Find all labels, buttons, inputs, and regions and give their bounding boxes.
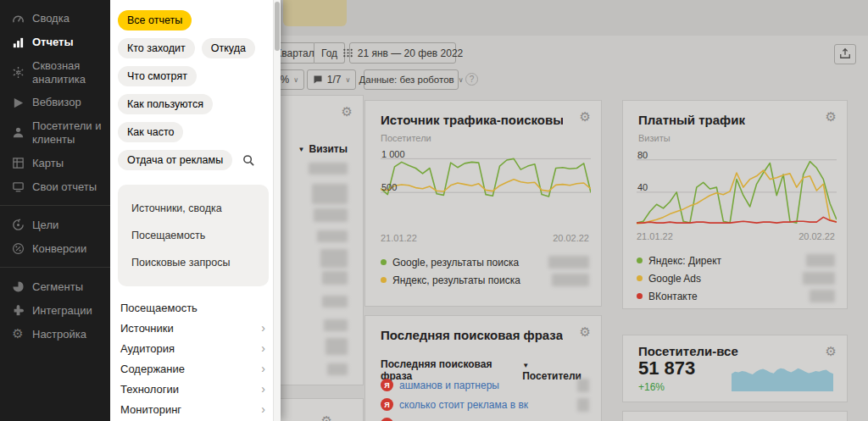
menu-item-technologies[interactable]: Технологии ›	[118, 379, 265, 399]
yandex-search-icon: Я	[381, 398, 393, 411]
flyout-scrollbar[interactable]	[273, 0, 281, 421]
paid-traffic-chart-svg	[637, 155, 837, 224]
widget-search-traffic: Источник трафика-поисковые сис… ⚙ Посети…	[364, 100, 602, 307]
chip-what-they-view[interactable]: Что смотрят	[118, 66, 197, 86]
sidebar-item-label: Сквозная аналитика	[32, 59, 105, 86]
chip-ad-return[interactable]: Отдача от рекламы	[118, 150, 232, 170]
suggested-report-traffic[interactable]: Посещаемость	[131, 222, 255, 249]
sidebar-item-custom-reports[interactable]: Свои отчеты	[0, 174, 110, 198]
chip-how-often[interactable]: Как часто	[118, 122, 183, 142]
menu-item-monitoring[interactable]: Мониторинг ›	[118, 399, 265, 419]
sidebar-item-webvisor[interactable]: Вебвизор	[0, 91, 110, 114]
data-filter-button[interactable]: Данные: без роботов ∨	[364, 69, 459, 90]
suggested-report-sources-summary[interactable]: Источники, сводка	[131, 195, 255, 222]
percent-circle-icon	[11, 241, 25, 255]
legend-label: ВКонтакте	[648, 291, 698, 302]
sidebar-divider	[0, 267, 110, 268]
sidebar-item-label: Свои отчеты	[32, 180, 97, 194]
report-filter-chips: Все отчеты Кто заходит Откуда Что смотря…	[118, 10, 269, 170]
gear-icon[interactable]: ⚙	[580, 325, 591, 338]
redacted-value	[577, 379, 589, 392]
gear-icon: ⚙	[11, 327, 25, 341]
period-quarter-button[interactable]: Квартал	[275, 42, 314, 64]
menu-item-sources[interactable]: Источники ›	[118, 318, 265, 338]
widget-visits-partial: ⚙ ▼ Визиты	[276, 95, 364, 385]
gear-icon[interactable]: ⚙	[342, 105, 353, 118]
redacted-value	[806, 254, 835, 267]
chevron-down-icon: ∨	[459, 76, 464, 84]
x-end-label: 20.02.22	[553, 233, 589, 243]
legend-item: Google Ads	[637, 269, 835, 287]
person-icon	[11, 126, 25, 140]
chip-who-visits[interactable]: Кто заходит	[118, 38, 195, 58]
redacted-value	[317, 230, 348, 242]
play-icon	[11, 96, 25, 109]
sidebar-item-maps[interactable]: Карты	[0, 151, 110, 174]
export-button[interactable]	[834, 44, 856, 64]
gear-icon[interactable]: ⚙	[580, 110, 591, 123]
legend-label: Google Ads	[648, 273, 701, 285]
date-range-button[interactable]: 21 янв — 20 фев 2022	[349, 42, 456, 64]
sidebar-item-label: Конверсии	[32, 242, 86, 256]
sidebar-item-cross-analytics[interactable]: Сквозная аналитика	[0, 54, 110, 91]
sidebar-item-goals[interactable]: Цели	[0, 213, 110, 236]
sidebar-item-label: Цели	[32, 219, 58, 232]
menu-item-content[interactable]: Содержание ›	[118, 358, 265, 379]
legend-dot	[381, 259, 387, 265]
sidebar-item-integrations[interactable]: Интеграции	[0, 298, 110, 322]
widget-title: Посетители-все	[638, 344, 738, 358]
comments-count-label: 1/7	[327, 74, 342, 86]
redacted-value	[322, 296, 348, 307]
sidebar-item-summary[interactable]: Сводка	[0, 7, 110, 30]
y-tick-label: 500	[381, 182, 397, 192]
sidebar-item-reports[interactable]: Отчеты	[0, 30, 110, 54]
scrollbar-thumb[interactable]	[275, 2, 280, 51]
y-tick-label: 1 000	[381, 149, 405, 159]
chip-how-they-use[interactable]: Как пользуются	[118, 94, 213, 114]
sidebar-item-conversions[interactable]: Конверсии	[0, 236, 110, 260]
widget-partial-bottom-left: ⚙	[276, 398, 364, 421]
menu-item-audience[interactable]: Аудитория ›	[118, 338, 265, 358]
legend-item: Яндекс: Директ	[637, 252, 835, 269]
phrase-link[interactable]: ашманов и партнеры	[399, 379, 499, 391]
table-row[interactable]: Я	[381, 418, 589, 421]
redacted-value	[320, 249, 348, 268]
chip-all-reports[interactable]: Все отчеты	[118, 10, 192, 30]
suggested-report-search-queries[interactable]: Поисковые запросы	[131, 249, 255, 276]
widget-visitors-total: Посетители-все ⚙ 51 873 +16%	[622, 335, 848, 402]
table-row[interactable]: Я сколько стоит реклама в вк	[381, 398, 589, 411]
period-year-button[interactable]: Год	[314, 42, 345, 64]
widget-subtitle: Посетители	[381, 133, 431, 143]
legend-item: ВКонтакте	[637, 287, 835, 305]
search-traffic-chart-svg	[381, 153, 591, 226]
gear-icon[interactable]: ⚙	[321, 414, 332, 421]
menu-item-traffic[interactable]: Посещаемость	[118, 297, 265, 318]
chip-from-where[interactable]: Откуда	[202, 38, 255, 58]
phrase-link[interactable]: сколько стоит реклама в вк	[399, 399, 528, 411]
bar-chart-icon	[11, 36, 25, 49]
search-icon[interactable]	[239, 152, 259, 169]
table-row[interactable]: Я ашманов и партнеры	[381, 379, 589, 391]
redacted-value	[314, 208, 348, 222]
visits-sort-header[interactable]: ▼ Визиты	[298, 143, 348, 155]
chevron-down-icon: ∨	[345, 76, 350, 84]
sidebar-item-segments[interactable]: Сегменты	[0, 274, 110, 298]
menu-item-label: Содержание	[120, 363, 185, 375]
gauge-icon	[11, 12, 25, 25]
help-icon[interactable]: ?	[465, 73, 478, 86]
sidebar-divider	[0, 205, 110, 206]
sidebar-item-settings[interactable]: ⚙ Настройка	[0, 322, 110, 346]
legend-dot	[381, 277, 387, 283]
legend: Google, результаты поиска Яндекс, резуль…	[381, 253, 589, 289]
sidebar-item-visitors[interactable]: Посетители и клиенты	[0, 114, 110, 151]
gear-icon[interactable]: ⚙	[826, 110, 837, 123]
visits-sort-label: Визиты	[309, 143, 348, 155]
line-chart: 1 000 500	[381, 153, 591, 226]
gear-icon[interactable]: ⚙	[826, 345, 837, 357]
redacted-value	[312, 184, 348, 204]
chevron-right-icon: ›	[261, 383, 265, 395]
legend-label: Яндекс, результаты поиска	[392, 274, 520, 286]
y-tick-label: 80	[637, 150, 648, 160]
y-tick-label: 40	[637, 182, 648, 192]
comments-button[interactable]: 1/7 ∨	[307, 69, 356, 90]
